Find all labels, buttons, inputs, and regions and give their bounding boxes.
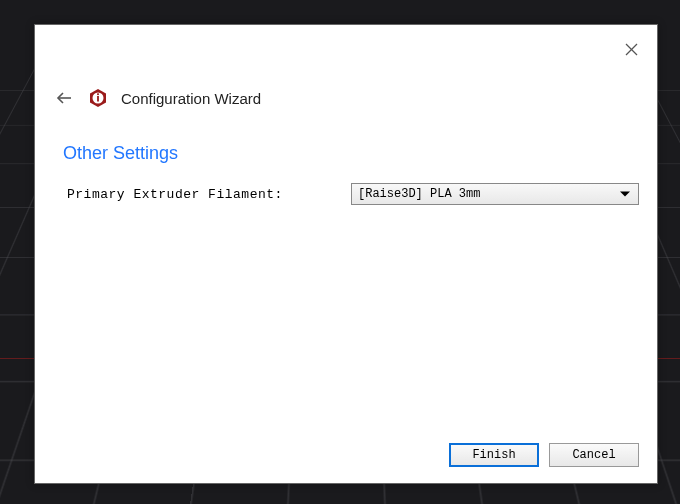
section-title: Other Settings: [63, 143, 178, 164]
dialog-buttons: Finish Cancel: [449, 443, 639, 467]
app-icon: [87, 87, 109, 109]
close-button[interactable]: [621, 39, 641, 59]
close-icon: [625, 43, 638, 56]
dialog-title: Configuration Wizard: [121, 90, 261, 107]
configuration-wizard-dialog: Configuration Wizard Other Settings Prim…: [34, 24, 658, 484]
dialog-header: Configuration Wizard: [53, 87, 261, 109]
svg-rect-5: [97, 93, 99, 95]
finish-button-label: Finish: [472, 448, 515, 462]
filament-dropdown-value: [Raise3D] PLA 3mm: [358, 187, 480, 201]
hexagon-info-icon: [87, 87, 109, 109]
back-arrow-icon: [56, 91, 72, 105]
back-button[interactable]: [53, 87, 75, 109]
cancel-button[interactable]: Cancel: [549, 443, 639, 467]
cancel-button-label: Cancel: [572, 448, 615, 462]
finish-button[interactable]: Finish: [449, 443, 539, 467]
filament-dropdown[interactable]: [Raise3D] PLA 3mm: [351, 183, 639, 205]
filament-row: Primary Extruder Filament: [Raise3D] PLA…: [67, 183, 639, 205]
svg-rect-6: [97, 96, 99, 102]
chevron-down-icon: [620, 192, 630, 197]
filament-label: Primary Extruder Filament:: [67, 187, 351, 202]
